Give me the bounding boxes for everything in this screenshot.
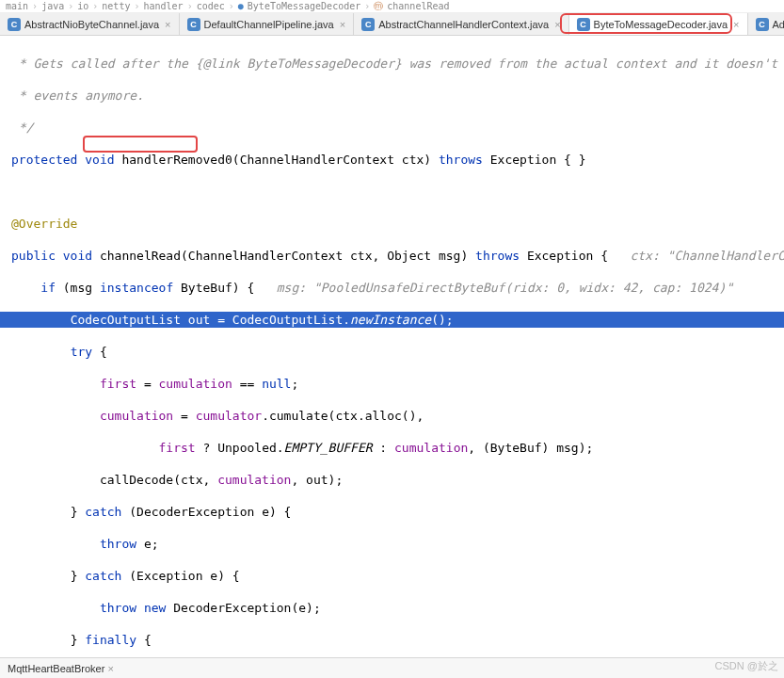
breadcrumb: main › java › io › netty › handler › cod… [0, 0, 784, 13]
tab-label: Adap [773, 19, 784, 30]
tab-label: ByteToMessageDecoder.java [594, 19, 728, 30]
java-class-icon: C [8, 18, 21, 31]
code-editor[interactable]: * Gets called after the {@link ByteToMes… [0, 36, 784, 678]
java-class-icon: C [756, 18, 769, 31]
tab-label: AbstractNioByteChannel.java [24, 19, 159, 30]
java-class-icon: C [577, 18, 590, 31]
editor-tabs: C AbstractNioByteChannel.java × C Defaul… [0, 13, 784, 36]
close-icon[interactable]: × [107, 663, 113, 674]
tab-label: DefaultChannelPipeline.java [204, 19, 334, 30]
java-class-icon: C [187, 18, 200, 31]
tab-bytetomessagedecoder[interactable]: C ByteToMessageDecoder.java × [569, 13, 748, 35]
watermark: CSDN @於之 [715, 659, 778, 673]
execution-line: CodecOutputList out = CodecOutputList.ne… [0, 312, 784, 328]
tab-adap[interactable]: C Adap [748, 13, 784, 35]
tab-abstractchannelhandlercontext[interactable]: C AbstractChannelHandlerContext.java × [354, 13, 568, 35]
tab-defaultchannelpipeline[interactable]: C DefaultChannelPipeline.java × [180, 13, 355, 35]
close-icon[interactable]: × [554, 19, 560, 30]
tool-window-bar: MqttHeartBeatBroker × [0, 657, 784, 678]
java-class-icon: C [361, 18, 375, 31]
tab-abstractniobytechannel[interactable]: C AbstractNioByteChannel.java × [0, 13, 180, 35]
close-icon[interactable]: × [733, 19, 739, 30]
close-icon[interactable]: × [340, 19, 345, 30]
tool-window-tab[interactable]: MqttHeartBeatBroker × [8, 663, 114, 674]
close-icon[interactable]: × [165, 19, 170, 30]
tab-label: AbstractChannelHandlerContext.java [378, 19, 549, 30]
